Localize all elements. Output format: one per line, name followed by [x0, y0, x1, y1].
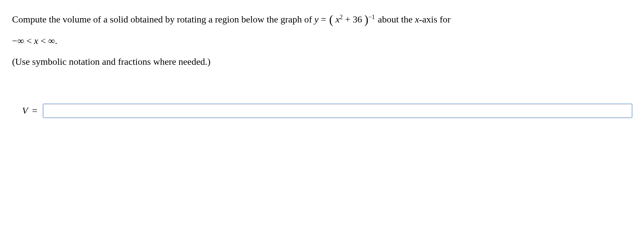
problem-statement: Compute the volume of a solid obtained b…	[12, 8, 632, 50]
range-x: x	[34, 36, 38, 46]
problem-suffix: about the	[378, 14, 415, 24]
equals-sign: =	[321, 14, 329, 24]
plus-36: + 36	[345, 14, 362, 24]
answer-input[interactable]	[43, 104, 632, 117]
problem-prefix: Compute the volume of a solid obtained b…	[12, 14, 314, 24]
range-neginf: −∞ <	[12, 36, 34, 46]
exponent-neg1: −1	[368, 14, 375, 20]
close-paren: )	[364, 13, 368, 26]
problem-line-2: −∞ < x < ∞.	[12, 32, 632, 50]
x-axis-x: x	[415, 14, 419, 24]
var-y: y	[314, 14, 318, 24]
x-axis-rest: -axis for	[419, 14, 450, 24]
range-posinf: < ∞	[38, 36, 55, 46]
problem-line-1: Compute the volume of a solid obtained b…	[12, 8, 632, 32]
expression-paren: ( x2 + 36 )−1	[328, 8, 375, 32]
exponent-2: 2	[340, 14, 343, 20]
instruction-text: (Use symbolic notation and fractions whe…	[12, 56, 632, 67]
var-x: x	[335, 14, 339, 24]
answer-label: V =	[22, 105, 37, 116]
label-equals: =	[32, 105, 38, 116]
range-period: .	[55, 36, 57, 46]
question-page: Compute the volume of a solid obtained b…	[0, 0, 644, 126]
answer-row: V =	[12, 104, 632, 117]
label-V: V	[22, 105, 28, 116]
open-paren: (	[329, 13, 333, 26]
